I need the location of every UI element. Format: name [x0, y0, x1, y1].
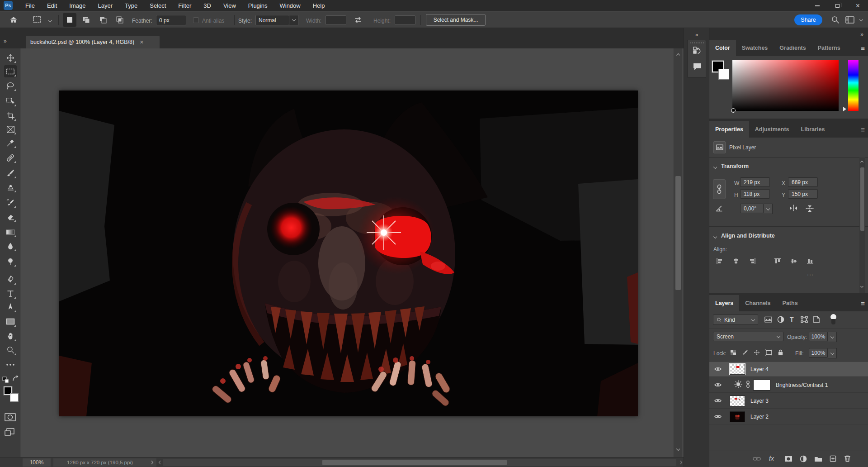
- brush-tool[interactable]: [4, 167, 17, 179]
- layer-filter-kind-dropdown[interactable]: Kind: [713, 315, 758, 325]
- tab-color[interactable]: Color: [709, 40, 736, 56]
- tab-channels[interactable]: Channels: [739, 295, 776, 311]
- selection-new-button[interactable]: [63, 13, 76, 27]
- layers-panel-menu-icon[interactable]: ≡: [861, 300, 865, 307]
- minimize-button[interactable]: [807, 0, 827, 11]
- canvas-horizontal-scrollbar[interactable]: [163, 459, 676, 466]
- visibility-eye-icon[interactable]: [713, 367, 722, 372]
- quick-mask-icon[interactable]: [5, 413, 16, 423]
- history-brush-tool[interactable]: [4, 196, 17, 209]
- history-panel-icon[interactable]: [692, 46, 702, 57]
- edit-toolbar-icon[interactable]: [4, 358, 17, 371]
- angle-dropdown-chevron-icon[interactable]: [764, 204, 773, 214]
- layer2-thumbnail[interactable]: [730, 411, 745, 422]
- collapse-dock-icon[interactable]: »: [860, 31, 863, 38]
- lock-image-pixels-icon[interactable]: [741, 348, 749, 357]
- fill-dropdown-chevron-icon[interactable]: [828, 348, 837, 358]
- scroll-right-icon[interactable]: [679, 461, 682, 464]
- layer-filter-toggle[interactable]: [830, 314, 837, 326]
- tab-paths[interactable]: Paths: [777, 295, 804, 311]
- layer-name[interactable]: Layer 4: [750, 366, 769, 372]
- constrain-proportions-link-icon[interactable]: [713, 179, 726, 199]
- tab-libraries[interactable]: Libraries: [795, 121, 831, 138]
- layer4-thumbnail[interactable]: [730, 364, 745, 375]
- rectangle-tool[interactable]: [4, 315, 17, 328]
- align-section-chevron-icon[interactable]: [713, 235, 717, 238]
- fill-value-input[interactable]: 100%: [809, 348, 828, 357]
- canvas-pasteboard[interactable]: Select subject Remove background •••: [21, 48, 674, 457]
- healing-brush-tool[interactable]: [4, 152, 17, 164]
- search-icon[interactable]: [831, 15, 840, 24]
- blend-mode-dropdown[interactable]: Screen: [713, 332, 783, 341]
- layer3-thumbnail[interactable]: [730, 396, 745, 406]
- tool-preset-chevron-icon[interactable]: [48, 19, 52, 22]
- align-bottom-edges-icon[interactable]: [805, 256, 815, 266]
- move-tool[interactable]: [4, 52, 17, 64]
- properties-panel-menu-icon[interactable]: ≡: [861, 126, 865, 133]
- add-adjustment-layer-icon[interactable]: [800, 455, 807, 464]
- swap-colors-icon[interactable]: [12, 375, 19, 384]
- new-group-icon[interactable]: [814, 456, 822, 463]
- hue-slider-arrow-icon[interactable]: [843, 107, 846, 111]
- restore-button[interactable]: [827, 0, 848, 11]
- transform-section-chevron-icon[interactable]: [713, 165, 717, 169]
- menu-filter[interactable]: Filter: [178, 2, 191, 9]
- document-canvas[interactable]: [59, 91, 638, 416]
- lock-artboards-icon[interactable]: [764, 348, 773, 357]
- add-layer-mask-icon[interactable]: [784, 456, 793, 463]
- tab-swatches[interactable]: Swatches: [736, 40, 774, 56]
- home-icon[interactable]: [9, 15, 18, 24]
- path-selection-tool[interactable]: [4, 301, 17, 313]
- selection-add-button[interactable]: [80, 13, 93, 27]
- dodge-tool[interactable]: [4, 255, 17, 267]
- layer-name[interactable]: Layer 3: [750, 398, 769, 404]
- toolbar-collapse-icon[interactable]: »: [4, 38, 7, 44]
- align-vertical-centers-icon[interactable]: [789, 256, 799, 266]
- select-and-mask-button[interactable]: Select and Mask...: [426, 14, 486, 26]
- comments-panel-icon[interactable]: [692, 62, 702, 73]
- horizontal-scroll-thumb[interactable]: [322, 460, 507, 465]
- menu-file[interactable]: File: [25, 2, 35, 9]
- canvas-vertical-scrollbar[interactable]: [674, 48, 682, 457]
- expand-panels-icon[interactable]: «: [695, 32, 698, 38]
- tool-preset-marquee-icon[interactable]: [33, 16, 42, 23]
- align-left-edges-icon[interactable]: [715, 256, 725, 266]
- pen-tool[interactable]: [4, 273, 17, 286]
- align-more-options[interactable]: ···: [807, 272, 814, 278]
- filter-smart-objects-icon[interactable]: [813, 316, 820, 324]
- flip-vertical-icon[interactable]: [805, 205, 814, 214]
- clone-stamp-tool[interactable]: [4, 181, 17, 193]
- lock-position-icon[interactable]: [753, 348, 761, 357]
- panel-grip-icon[interactable]: [690, 42, 704, 43]
- height-value-input[interactable]: 118 px: [740, 189, 770, 199]
- layer-row-brightness-contrast[interactable]: Brightness/Contrast 1: [709, 377, 868, 393]
- layer-name[interactable]: Brightness/Contrast 1: [776, 382, 828, 388]
- layer-row-layer4[interactable]: Layer 4: [709, 362, 868, 377]
- selection-intersect-button[interactable]: [113, 13, 127, 27]
- background-color-swatch[interactable]: [10, 393, 19, 402]
- blur-tool[interactable]: [4, 240, 17, 252]
- zoom-level-field[interactable]: 100%: [23, 458, 51, 467]
- object-selection-tool[interactable]: [4, 95, 17, 107]
- antialias-checkbox[interactable]: [193, 17, 199, 23]
- close-button[interactable]: ×: [848, 0, 868, 11]
- y-value-input[interactable]: 150 px: [788, 189, 818, 199]
- share-button[interactable]: Share: [794, 14, 822, 25]
- screen-mode-icon[interactable]: [4, 428, 15, 438]
- zoom-tool[interactable]: [4, 344, 17, 356]
- height-input[interactable]: [395, 15, 415, 25]
- vertical-scroll-thumb[interactable]: [675, 176, 681, 290]
- new-layer-icon[interactable]: [830, 455, 836, 463]
- eyedropper-tool[interactable]: [4, 137, 17, 149]
- align-top-edges-icon[interactable]: [773, 256, 783, 266]
- selection-subtract-button[interactable]: [96, 13, 110, 27]
- color-panel-menu-icon[interactable]: ≡: [861, 44, 865, 52]
- menu-view[interactable]: View: [223, 2, 236, 9]
- document-tab[interactable]: buckshot2.psd @ 100% (Layer 4, RGB/8) ×: [26, 36, 160, 48]
- scroll-left-icon[interactable]: [159, 461, 162, 464]
- menu-edit[interactable]: Edit: [47, 2, 57, 9]
- menu-window[interactable]: Window: [279, 2, 300, 9]
- lock-transparent-pixels-icon[interactable]: [729, 348, 737, 357]
- menu-type[interactable]: Type: [125, 2, 137, 9]
- layer-name[interactable]: Layer 2: [750, 414, 769, 420]
